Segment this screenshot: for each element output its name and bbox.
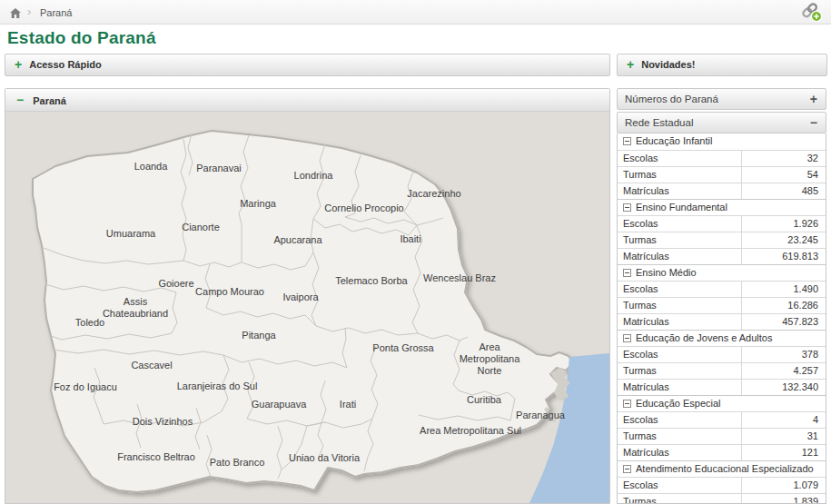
map-region-label[interactable]: Foz do Iguacu — [54, 381, 117, 393]
stat-label: Matrículas — [618, 314, 742, 330]
map-region-label[interactable]: Loanda — [134, 161, 168, 173]
table-row: Matrículas485 — [618, 183, 826, 199]
stats-section-header: Educação Especial — [618, 395, 826, 411]
table-row: Turmas31 — [618, 428, 826, 444]
stat-value: 4.257 — [742, 363, 826, 379]
map-region-label[interactable]: Apucarana — [273, 234, 322, 246]
rede-estadual-stats-table: Educação InfantilEscolas32Turmas54Matríc… — [617, 133, 826, 504]
stat-label: Turmas — [618, 232, 742, 248]
stat-label: Turmas — [618, 494, 742, 504]
table-row: Turmas54 — [618, 166, 826, 183]
table-row: Turmas23.245 — [618, 232, 826, 248]
parana-panel-label: Paraná — [33, 95, 66, 106]
stat-label: Escolas — [618, 216, 742, 232]
table-row: Matrículas121 — [618, 444, 826, 460]
stats-section-title: Educação de Jovens e Adultos — [636, 332, 772, 343]
accordion-novidades[interactable]: +Novidades! — [617, 54, 827, 76]
map-region-label[interactable]: Ivaipora — [282, 292, 318, 303]
stats-section-title: Ensino Médio — [636, 267, 697, 278]
stats-section-title: Atendimento Educacional Especializado — [636, 463, 814, 474]
map-region-label[interactable]: Irati — [340, 399, 356, 410]
stat-value: 121 — [742, 445, 826, 460]
stat-label: Escolas — [618, 412, 742, 428]
map-region-label[interactable]: Cianorte — [182, 222, 220, 233]
collapse-box-icon[interactable] — [623, 400, 631, 408]
map-region-label[interactable]: Francisco Beltrao — [117, 451, 195, 463]
map-region-label[interactable]: Laranjeiras do Sul — [177, 380, 258, 392]
accordion-novidades-label: Novidades! — [641, 59, 695, 70]
stats-section-title: Educação Infantil — [636, 135, 712, 146]
map-region-label[interactable]: Cascavel — [131, 360, 172, 371]
parana-panel-header[interactable]: −Paraná — [5, 89, 609, 112]
collapse-box-icon[interactable] — [623, 137, 631, 145]
map-region-label[interactable]: Pitanga — [242, 330, 275, 341]
stat-label: Turmas — [618, 363, 742, 379]
stat-value: 16.286 — [742, 298, 826, 313]
accordion-rede-estadual[interactable]: Rede Estadual − — [617, 112, 826, 133]
map-region-label[interactable]: Guarapuava — [252, 399, 307, 410]
stat-label: Turmas — [618, 167, 742, 183]
minus-icon: − — [16, 93, 24, 107]
map-region-label[interactable]: Umuarama — [106, 228, 155, 240]
map-region-label[interactable]: Campo Mourao — [195, 286, 264, 298]
map-region-label[interactable]: Area Metropolitana Sul — [420, 425, 521, 437]
stat-label: Matrículas — [618, 445, 742, 460]
map-region-label[interactable]: Dois Vizinhos — [133, 416, 193, 428]
map-region-label[interactable]: Telemaco Borba — [335, 275, 408, 287]
map-region-label[interactable]: Uniao da Vitoria — [289, 452, 360, 464]
table-row: Turmas16.286 — [618, 297, 826, 313]
map-region-label[interactable]: Londrina — [294, 170, 333, 182]
stat-label: Escolas — [618, 478, 742, 493]
link-add-icon[interactable] — [800, 2, 824, 24]
stats-section-title: Educação Especial — [636, 398, 721, 409]
map-region-label[interactable]: Toledo — [75, 317, 104, 329]
stat-label: Escolas — [618, 282, 742, 297]
collapse-box-icon[interactable] — [623, 203, 631, 212]
stats-section-header: Atendimento Educacional Especializado — [618, 460, 826, 477]
map-region-label[interactable]: Ponta Grossa — [372, 342, 433, 354]
stat-value: 132.340 — [742, 380, 826, 395]
stats-section-header: Ensino Fundamental — [618, 199, 826, 215]
plus-icon: + — [15, 54, 22, 75]
stats-section-header: Educação de Jovens e Adultos — [618, 330, 826, 346]
map-region-label[interactable]: Jacarezinho — [407, 188, 460, 200]
map-region-label[interactable]: Curitiba — [467, 394, 501, 406]
breadcrumb-separator-icon: › — [27, 5, 31, 18]
table-row: Turmas1.839 — [618, 493, 826, 504]
map-region-label[interactable]: Paranagua — [516, 410, 565, 421]
stat-value: 485 — [742, 183, 826, 199]
map-region-label[interactable]: Maringa — [240, 198, 276, 210]
home-icon[interactable] — [9, 6, 22, 18]
collapse-box-icon[interactable] — [623, 269, 631, 277]
stats-section-header: Ensino Médio — [618, 264, 826, 281]
stat-label: Matrículas — [618, 380, 742, 395]
table-row: Escolas4 — [618, 411, 826, 428]
table-row: Escolas1.079 — [618, 477, 826, 493]
parana-map[interactable]: LoandaParanavaiLondrinaJacarezinhoMaring… — [5, 112, 609, 503]
stat-value: 32 — [742, 151, 826, 166]
map-region-label[interactable]: Pato Branco — [210, 457, 265, 469]
accordion-acesso-rapido[interactable]: +Acesso Rápido — [5, 54, 610, 76]
map-region-label[interactable]: Area Metropolitana Norte — [460, 341, 520, 377]
accordion-numeros-do-parana[interactable]: Números do Paraná + — [617, 88, 826, 110]
map-region-label[interactable]: Goioere — [158, 278, 193, 290]
map-region-label[interactable]: Ibaiti — [400, 233, 420, 245]
stat-value: 1.839 — [742, 494, 826, 504]
stats-section-title: Ensino Fundamental — [636, 202, 727, 212]
rede-estadual-label: Rede Estadual — [625, 117, 693, 128]
map-region-label[interactable]: Wenceslau Braz — [423, 272, 496, 284]
map-region-label[interactable]: Assis Chateaubriand — [103, 296, 168, 320]
breadcrumb-bar: › Paraná — [0, 0, 831, 25]
table-row: Escolas32 — [618, 150, 826, 166]
stat-value: 1.079 — [742, 478, 826, 493]
stat-value: 457.823 — [742, 314, 826, 330]
map-region-label[interactable]: Paranavai — [196, 163, 242, 174]
stats-section-header: Educação Infantil — [618, 133, 826, 150]
stat-label: Turmas — [618, 429, 742, 444]
plus-icon: + — [810, 89, 817, 109]
stat-label: Matrículas — [618, 249, 742, 264]
collapse-box-icon[interactable] — [623, 465, 631, 473]
map-region-label[interactable]: Cornelio Procopio — [324, 203, 403, 214]
stat-label: Turmas — [618, 298, 742, 313]
collapse-box-icon[interactable] — [623, 334, 631, 342]
